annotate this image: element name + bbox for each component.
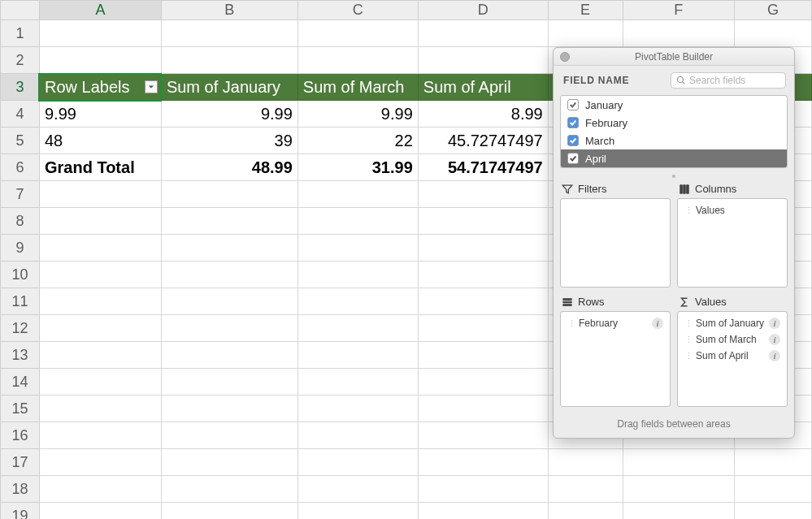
cell[interactable] <box>418 503 548 520</box>
cell[interactable]: 48 <box>39 128 161 154</box>
cell[interactable] <box>297 288 418 315</box>
cell[interactable] <box>39 235 161 262</box>
zone-item[interactable]: ⋮Values <box>681 202 784 218</box>
row-header[interactable]: 8 <box>1 208 40 235</box>
row-header[interactable]: 14 <box>1 369 40 396</box>
zone-values[interactable]: Values ⋮Sum of Januaryi⋮Sum of Marchi⋮Su… <box>677 294 788 407</box>
cell[interactable]: Sum of January <box>161 74 297 101</box>
field-list-item[interactable]: January <box>561 96 787 114</box>
cell[interactable]: 54.71747497 <box>418 154 548 181</box>
column-header[interactable]: C <box>297 1 418 20</box>
cell[interactable] <box>623 503 735 520</box>
row-header[interactable]: 11 <box>1 288 40 315</box>
cell[interactable] <box>161 262 297 288</box>
cell[interactable] <box>39 208 161 235</box>
cell[interactable] <box>39 422 161 449</box>
column-header[interactable]: E <box>548 1 623 20</box>
cell[interactable]: 45.72747497 <box>418 128 548 154</box>
cell[interactable] <box>161 288 297 315</box>
cell[interactable] <box>39 342 161 369</box>
cell[interactable]: Sum of March <box>297 74 418 101</box>
cell[interactable] <box>548 449 623 476</box>
cell[interactable] <box>297 342 418 369</box>
zone-values-box[interactable]: ⋮Sum of Januaryi⋮Sum of Marchi⋮Sum of Ap… <box>677 311 788 407</box>
cell[interactable] <box>418 476 548 503</box>
cell[interactable] <box>161 449 297 476</box>
cell[interactable] <box>39 47 161 74</box>
info-icon[interactable]: i <box>652 318 663 329</box>
resize-handle[interactable] <box>554 171 794 181</box>
cell[interactable] <box>418 315 548 342</box>
checkbox-icon[interactable] <box>567 153 579 164</box>
zone-item[interactable]: ⋮Sum of Januaryi <box>681 315 784 331</box>
panel-titlebar[interactable]: PivotTable Builder <box>554 48 794 66</box>
row-header[interactable]: 2 <box>1 47 40 74</box>
zone-item[interactable]: ⋮Sum of Marchi <box>681 331 784 348</box>
cell[interactable] <box>161 369 297 396</box>
zone-columns[interactable]: Columns ⋮Values <box>677 181 788 288</box>
cell[interactable] <box>161 342 297 369</box>
zone-columns-box[interactable]: ⋮Values <box>677 198 788 288</box>
row-header[interactable]: 16 <box>1 422 40 449</box>
cell[interactable] <box>623 20 735 47</box>
cell[interactable] <box>39 20 161 47</box>
cell[interactable] <box>297 422 418 449</box>
field-list-item[interactable]: March <box>561 132 787 149</box>
cell[interactable] <box>39 449 161 476</box>
drag-handle-icon[interactable]: ⋮ <box>684 318 693 329</box>
cell[interactable] <box>161 47 297 74</box>
cell[interactable] <box>623 476 735 503</box>
zone-rows-box[interactable]: ⋮Februaryi <box>560 311 671 407</box>
checkbox-icon[interactable] <box>567 135 579 146</box>
cell[interactable] <box>418 235 548 262</box>
row-header[interactable]: 15 <box>1 396 40 422</box>
cell[interactable] <box>418 181 548 208</box>
cell[interactable]: 48.99 <box>161 154 297 181</box>
cell[interactable] <box>39 396 161 422</box>
drag-handle-icon[interactable]: ⋮ <box>684 205 693 216</box>
cell[interactable] <box>161 208 297 235</box>
column-header[interactable]: B <box>161 1 297 20</box>
zone-item[interactable]: ⋮Sum of Aprili <box>681 348 784 364</box>
cell[interactable] <box>297 449 418 476</box>
column-header[interactable]: A <box>39 1 161 20</box>
field-list[interactable]: JanuaryFebruaryMarchApril <box>560 95 788 168</box>
drag-handle-icon[interactable]: ⋮ <box>567 318 575 329</box>
cell[interactable] <box>161 235 297 262</box>
search-input[interactable] <box>689 75 780 86</box>
cell[interactable]: 8.99 <box>418 101 548 128</box>
field-list-item[interactable]: April <box>561 149 787 167</box>
cell[interactable]: Sum of April <box>418 74 548 101</box>
cell[interactable]: 9.99 <box>297 101 418 128</box>
info-icon[interactable]: i <box>769 350 780 361</box>
cell[interactable] <box>418 396 548 422</box>
cell[interactable] <box>297 369 418 396</box>
cell[interactable]: 31.99 <box>297 154 418 181</box>
cell[interactable]: 22 <box>297 128 418 154</box>
zone-item[interactable]: ⋮Februaryi <box>564 315 667 331</box>
drag-handle-icon[interactable]: ⋮ <box>684 335 693 345</box>
row-header[interactable]: 1 <box>1 20 40 47</box>
cell[interactable] <box>161 315 297 342</box>
checkbox-icon[interactable] <box>567 99 579 110</box>
row-header[interactable]: 6 <box>1 154 40 181</box>
cell[interactable] <box>735 476 812 503</box>
cell[interactable] <box>161 503 297 520</box>
cell[interactable] <box>297 262 418 288</box>
drag-handle-icon[interactable]: ⋮ <box>684 351 693 361</box>
info-icon[interactable]: i <box>769 318 780 329</box>
cell[interactable] <box>161 476 297 503</box>
cell[interactable]: Grand Total <box>39 154 161 181</box>
cell[interactable]: Row Labels <box>39 74 161 101</box>
info-icon[interactable]: i <box>769 334 780 345</box>
cell[interactable] <box>418 47 548 74</box>
cell[interactable] <box>735 449 812 476</box>
cell[interactable] <box>418 262 548 288</box>
cell[interactable] <box>297 20 418 47</box>
row-header[interactable]: 19 <box>1 503 40 520</box>
row-header[interactable]: 7 <box>1 181 40 208</box>
cell[interactable] <box>39 262 161 288</box>
row-header[interactable]: 9 <box>1 235 40 262</box>
cell[interactable] <box>418 422 548 449</box>
column-header[interactable]: G <box>735 1 812 20</box>
